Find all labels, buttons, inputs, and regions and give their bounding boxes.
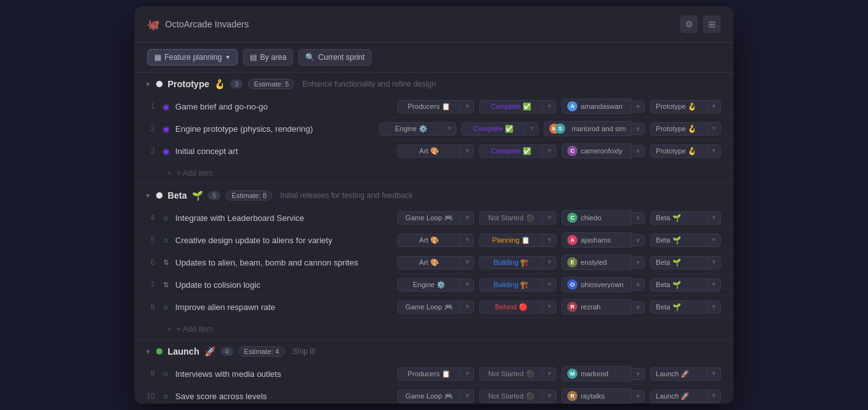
milestone-dropdown[interactable]: ▼ <box>707 122 721 136</box>
milestone-dropdown[interactable]: ▼ <box>707 211 721 225</box>
assignee-pill[interactable]: C cameronfoxly <box>561 143 632 159</box>
milestone-pill[interactable]: Launch 🚀 <box>650 367 707 381</box>
status-pill[interactable]: Planning 📋 <box>479 234 543 247</box>
team-dropdown[interactable]: ▼ <box>461 278 474 292</box>
assignee-pill[interactable]: C chiedo <box>561 210 632 225</box>
assignee-dropdown[interactable]: ▼ <box>632 390 645 402</box>
status-pill-wrap: Planning 📋 ▼ <box>479 234 556 247</box>
team-pill[interactable]: Game Loop 🎮 <box>397 300 461 314</box>
team-dropdown[interactable]: ▼ <box>461 234 474 247</box>
status-dropdown[interactable]: ▼ <box>543 211 556 225</box>
add-item-beta[interactable]: ＋ + Add item <box>134 318 734 339</box>
milestone-pill[interactable]: Beta 🌱 <box>650 278 707 292</box>
assignee-dropdown[interactable]: ▼ <box>632 234 645 246</box>
add-item-prototype[interactable]: ＋ + Add item <box>134 162 734 183</box>
status-pill[interactable]: Not Started ⚫ <box>479 367 543 381</box>
assignee-pill[interactable]: M marlorod <box>561 366 632 381</box>
current-sprint-view[interactable]: 🔍 Current sprint <box>298 49 372 66</box>
milestone-dropdown[interactable]: ▼ <box>707 278 721 292</box>
assignee-dropdown[interactable]: ▼ <box>632 101 645 113</box>
team-pill[interactable]: Engine ⚙️ <box>379 122 443 136</box>
team-dropdown[interactable]: ▼ <box>443 122 456 136</box>
milestone-pill[interactable]: Launch 🚀 <box>650 390 707 403</box>
team-dropdown[interactable]: ▼ <box>461 145 474 158</box>
status-pill[interactable]: Complete ✅ <box>479 100 543 113</box>
milestone-pill[interactable]: Prototype 🪝 <box>650 145 707 158</box>
team-pill[interactable]: Art 🎨 <box>397 234 461 247</box>
milestone-pill[interactable]: Prototype 🪝 <box>650 122 707 136</box>
assignee-pill[interactable]: A ajashams <box>561 232 632 248</box>
section-header-beta[interactable]: ▼ Beta 🌱 5 Estimate: 8 Initial releases … <box>134 184 734 207</box>
status-pill[interactable]: Complete ✅ <box>461 122 525 136</box>
milestone-dropdown[interactable]: ▼ <box>707 100 721 113</box>
assignee-dropdown[interactable]: ▼ <box>632 123 645 135</box>
milestone-dropdown[interactable]: ▼ <box>707 145 721 158</box>
team-dropdown[interactable]: ▼ <box>461 256 474 269</box>
section-header-launch[interactable]: ▼ Launch 🚀 4 Estimate: 4 Ship it! <box>134 340 734 363</box>
layout-button[interactable]: ⊞ <box>703 15 721 33</box>
status-dropdown[interactable]: ▼ <box>543 278 556 292</box>
assignee-pill[interactable]: R raytalks <box>561 388 632 404</box>
status-pill[interactable]: Complete ✅ <box>479 145 543 158</box>
team-pill[interactable]: Engine ⚙️ <box>397 278 461 292</box>
team-dropdown[interactable]: ▼ <box>461 100 474 113</box>
team-pill[interactable]: Producers 📋 <box>397 100 461 113</box>
status-dropdown[interactable]: ▼ <box>543 256 556 269</box>
milestone-pill[interactable]: Beta 🌱 <box>650 256 707 269</box>
assignee-pill[interactable]: M S mariorod and sim <box>544 121 632 136</box>
settings-button[interactable]: ⚙ <box>680 15 698 33</box>
milestone-dropdown[interactable]: ▼ <box>707 390 721 403</box>
avatar: S <box>555 124 565 134</box>
milestone-pill[interactable]: Beta 🌱 <box>650 211 707 225</box>
status-dropdown[interactable]: ▼ <box>543 145 556 158</box>
assignee-dropdown[interactable]: ▼ <box>632 368 645 380</box>
status-pill[interactable]: Not Started ⚫ <box>479 390 543 403</box>
team-pill[interactable]: Game Loop 🎮 <box>397 211 461 225</box>
milestone-dropdown[interactable]: ▼ <box>707 300 721 314</box>
area-icon: ▤ <box>250 53 257 62</box>
milestone-dropdown[interactable]: ▼ <box>707 234 721 247</box>
team-dropdown[interactable]: ▼ <box>461 300 474 314</box>
team-pill[interactable]: Art 🎨 <box>397 145 461 158</box>
status-dropdown[interactable]: ▼ <box>543 100 556 113</box>
assignee-dropdown[interactable]: ▼ <box>632 212 645 224</box>
status-pill[interactable]: Not Started ⚫ <box>479 211 543 225</box>
team-pill[interactable]: Game Loop 🎮 <box>397 390 461 403</box>
feature-planning-view[interactable]: ▦ Feature planning ▼ <box>147 49 238 66</box>
assignee-pill[interactable]: O ohiosveryown <box>561 277 632 292</box>
status-pill[interactable]: Building 🏗️ <box>479 278 543 292</box>
status-pill[interactable]: Building 🏗️ <box>479 256 543 269</box>
table-row: 7 ⇅ Update to colision logic Engine ⚙️ ▼… <box>134 274 734 296</box>
milestone-pill[interactable]: Beta 🌱 <box>650 300 707 314</box>
avatar: O <box>567 279 577 290</box>
status-dropdown[interactable]: ▼ <box>525 122 539 136</box>
assignee-dropdown[interactable]: ▼ <box>632 301 645 313</box>
milestone-pill[interactable]: Beta 🌱 <box>650 234 707 247</box>
team-dropdown[interactable]: ▼ <box>461 390 474 403</box>
assignee-pill[interactable]: E enstyled <box>561 255 632 270</box>
milestone-pill[interactable]: Prototype 🪝 <box>650 100 707 113</box>
milestone-dropdown[interactable]: ▼ <box>707 367 721 381</box>
team-pill[interactable]: Art 🎨 <box>397 256 461 269</box>
status-dropdown[interactable]: ▼ <box>543 367 556 381</box>
by-area-view[interactable]: ▤ By area <box>243 49 293 66</box>
assignee-dropdown[interactable]: ▼ <box>632 257 645 269</box>
table-row: 2 ◉ Engine prototype (physics, rendering… <box>134 118 734 140</box>
status-dropdown[interactable]: ▼ <box>543 390 556 403</box>
team-pill-wrap: Engine ⚙️ ▼ <box>397 278 474 292</box>
assignee-dropdown[interactable]: ▼ <box>632 145 645 157</box>
status-dropdown[interactable]: ▼ <box>543 300 556 314</box>
milestone-dropdown[interactable]: ▼ <box>707 256 721 269</box>
assignee-dropdown[interactable]: ▼ <box>632 279 645 291</box>
milestone-pill-wrap: Beta 🌱 ▼ <box>650 234 721 247</box>
launch-dot <box>156 348 163 355</box>
assignee-pill[interactable]: R rezrah <box>561 299 632 315</box>
assignee-pill[interactable]: A amandaswan <box>561 99 632 114</box>
team-dropdown[interactable]: ▼ <box>461 367 474 381</box>
status-dropdown[interactable]: ▼ <box>543 234 556 247</box>
team-pill-wrap: Art 🎨 ▼ <box>397 256 474 269</box>
status-pill[interactable]: Behind 🔴 <box>479 300 543 314</box>
team-dropdown[interactable]: ▼ <box>461 211 474 225</box>
team-pill[interactable]: Producers 📋 <box>397 367 461 381</box>
section-header-prototype[interactable]: ▼ Prototype 🪝 3 Estimate: 5 Enhance func… <box>134 73 734 95</box>
